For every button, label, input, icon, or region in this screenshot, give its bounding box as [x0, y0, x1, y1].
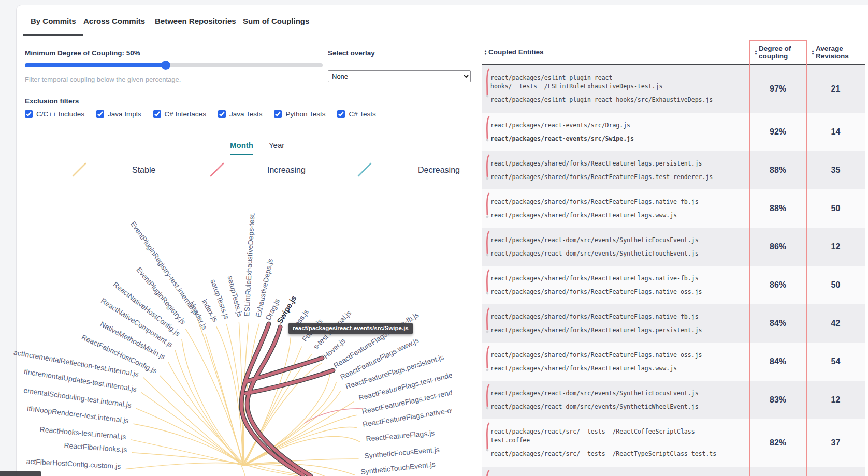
coupling-slider-fill — [25, 63, 166, 67]
checkbox-label: Java Tests — [229, 110, 263, 118]
chart-tooltip-partial — [0, 471, 41, 476]
chart-file-label[interactable]: NativeMethodsMixin.js — [99, 320, 167, 361]
checkbox-label: Python Tests — [285, 110, 325, 118]
checkbox-label: C/C++ Includes — [36, 110, 84, 118]
coupling-curve — [216, 327, 242, 466]
coupling-slider-label: Minimum Degree of Coupling: 50% — [25, 49, 140, 57]
chart-file-label[interactable]: ReactFiberHooks.js — [64, 441, 127, 454]
time-toggle-year[interactable]: Year — [269, 141, 284, 155]
coupling-table-body: react/packages/eslint-plugin-react-hooks… — [482, 65, 865, 476]
chart-file-label[interactable]: actFiberHostConfig.custom.js — [26, 457, 121, 470]
exclusion-filter-python-tests[interactable]: Python Tests — [274, 110, 325, 118]
entity-path: react/packages/shared/forks/ReactFeature… — [490, 198, 721, 206]
trend-spark-increasing — [485, 154, 491, 184]
chart-file-label[interactable]: SyntheticTouchEvent.js — [360, 460, 436, 476]
exclusion-filter-c-tests[interactable]: C# Tests — [337, 110, 375, 118]
legend-label-decreasing: Decreasing — [418, 166, 460, 175]
column-header-degree-of-coupling[interactable]: ▲▼ Degree ofcoupling — [749, 40, 806, 64]
checkbox[interactable] — [153, 110, 161, 118]
exclusion-filter-java-impls[interactable]: Java Impls — [96, 110, 141, 118]
entity-path: react/packages/shared/forks/ReactFeature… — [490, 326, 721, 335]
checkbox[interactable] — [25, 110, 33, 118]
entity-path: react/packages/shared/forks/ReactFeature… — [490, 288, 721, 296]
entity-path: react/packages/react-events/src/Drag.js — [490, 121, 721, 130]
entity-path: react/packages/shared/forks/ReactFeature… — [490, 364, 721, 373]
degree-of-coupling-value: 86% — [749, 266, 806, 304]
coupled-entities-cell: react/packages/react-dom/src/events/Synt… — [482, 228, 749, 266]
time-toggle-month[interactable]: Month — [230, 141, 253, 155]
average-revisions-value: 50 — [806, 189, 865, 228]
legend-stroke-stable — [71, 161, 87, 177]
trend-spark-increasing — [485, 115, 491, 145]
trend-spark-increasing — [485, 307, 491, 337]
trend-spark-increasing — [485, 269, 491, 299]
entity-path: react/packages/shared/forks/ReactFeature… — [490, 274, 721, 283]
average-revisions-value: 42 — [806, 304, 865, 343]
table-row[interactable]: react/packages/shared/forks/ReactFeature… — [482, 343, 865, 381]
exclusion-filters-label: Exclusion filters — [25, 97, 79, 105]
table-row[interactable]: react/packages/react-dom/src/events/Synt… — [482, 228, 865, 266]
exclusion-filter-c-c-includes[interactable]: C/C++ Includes — [25, 110, 84, 118]
coupling-table-header: ▲▼ Coupled Entities ▲▼ Degree ofcoupling… — [482, 40, 865, 65]
coupling-slider[interactable] — [25, 63, 323, 67]
app-root: By Commits Across Commits Between Reposi… — [0, 0, 868, 476]
coupling-slider-help: Filter temporal coupling below the given… — [25, 76, 181, 83]
entity-path: react/packages/shared/forks/ReactFeature… — [490, 313, 721, 321]
average-revisions-value: 12 — [806, 381, 865, 419]
table-row[interactable]: react/packages/react-dom/src/events/Synt… — [482, 381, 865, 419]
trend-spark-increasing — [485, 230, 491, 260]
trend-spark-increasing — [485, 469, 491, 476]
column-header-average-revisions[interactable]: ▲▼ AverageRevisions — [806, 40, 865, 64]
table-row[interactable]: react/packages/shared/forks/ReactFeature… — [482, 266, 865, 304]
chart-file-label[interactable]: ReactFeatureFlags.js — [366, 428, 435, 443]
entity-path: react/packages/react-dom/src/events/Synt… — [490, 403, 721, 411]
coupled-entities-cell: react/packages/react-dom/src/events/Synt… — [482, 381, 749, 419]
coupling-slider-thumb[interactable] — [161, 61, 170, 70]
table-row[interactable]: react/packages/shared/forks/ReactFeature… — [482, 189, 865, 228]
entity-path: react/packages/react-dom/src/events/Synt… — [490, 389, 721, 398]
overlay-select[interactable]: None — [328, 70, 471, 82]
entity-path: react/packages/shared/forks/ReactFeature… — [490, 173, 721, 182]
checkbox[interactable] — [274, 110, 282, 118]
average-revisions-value: 54 — [806, 343, 865, 381]
legend-stroke-decreasing — [357, 161, 372, 177]
coupled-entities-cell: react/packages/shared/forks/ReactFeature… — [482, 189, 749, 228]
chart-file-label[interactable]: SyntheticFocusEvent.js — [364, 445, 440, 460]
entity-path: react/packages/react-dom/src/events/Synt… — [490, 249, 721, 258]
table-row[interactable]: react/packages/shared/forks/ReactFeature… — [482, 304, 865, 343]
exclusion-filter-java-tests[interactable]: Java Tests — [218, 110, 263, 118]
coupling-curve — [244, 437, 360, 466]
legend-label-stable: Stable — [132, 166, 155, 175]
checkbox[interactable] — [218, 110, 226, 118]
table-row[interactable]: react/packages/shared/forks/ReactFeature… — [482, 151, 865, 189]
checkbox-label: C# Interfaces — [165, 110, 206, 118]
table-row[interactable]: react/packages/eslint-plugin-react-hooks… — [482, 65, 865, 113]
checkbox[interactable] — [337, 110, 345, 118]
checkbox[interactable] — [96, 110, 104, 118]
time-granularity-toggle: MonthYear — [230, 141, 284, 155]
coupled-entities-cell: react/packages/eslint-plugin-react-hooks… — [482, 65, 749, 113]
table-row-partial[interactable] — [482, 467, 865, 476]
chart-tooltip: react/packages/react-events/src/Swipe.js — [288, 323, 413, 334]
chart-file-label[interactable]: ReactHooks-test.internal.js — [39, 425, 126, 441]
sort-icon: ▲▼ — [754, 50, 758, 55]
degree-of-coupling-value: 84% — [749, 304, 806, 343]
table-row[interactable]: react/packages/react-events/src/Drag.jsr… — [482, 113, 865, 151]
checkbox-label: C# Tests — [349, 110, 375, 118]
exclusion-filter-c-interfaces[interactable]: C# Interfaces — [153, 110, 206, 118]
degree-of-coupling-value: 88% — [749, 189, 806, 228]
average-revisions-value: 50 — [806, 266, 865, 304]
degree-of-coupling-value: 88% — [749, 151, 806, 189]
legend-stroke-increasing — [209, 161, 225, 177]
trend-spark-increasing — [485, 68, 491, 98]
chart-file-label[interactable]: ithNoopRenderer-test.internal.js — [26, 404, 129, 425]
trend-spark-increasing — [485, 383, 491, 413]
table-row[interactable]: react/packages/react/src/__tests__/React… — [482, 419, 865, 467]
coupling-curve — [175, 350, 242, 465]
average-revisions-value: 12 — [806, 228, 865, 266]
degree-of-coupling-value: 97% — [749, 65, 806, 113]
chart-file-label[interactable]: ESLintRuleExhaustiveDeps-test. — [242, 212, 256, 317]
column-header-coupled-entities[interactable]: ▲▼ Coupled Entities — [482, 40, 749, 64]
coupling-curve — [241, 465, 245, 476]
legend-label-increasing: Increasing — [267, 166, 306, 175]
